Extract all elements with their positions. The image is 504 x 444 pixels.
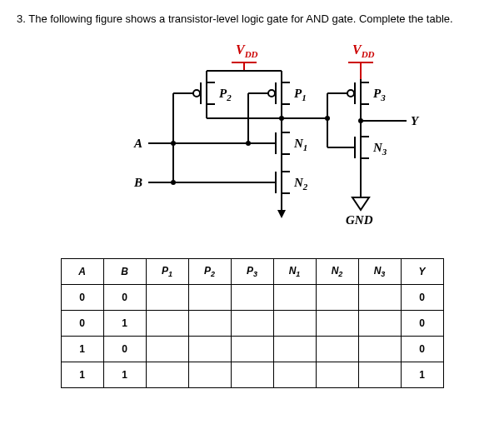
vdd-label-2: VDD xyxy=(352,42,375,59)
cell-n1 xyxy=(273,311,316,337)
n3-label: N3 xyxy=(372,141,387,157)
n2-label: N2 xyxy=(293,176,308,192)
table-row: 010 xyxy=(61,311,443,337)
cell-p2 xyxy=(188,337,231,362)
cell-a: 1 xyxy=(61,337,103,362)
question-body: The following figure shows a transistor-… xyxy=(28,12,452,25)
vdd-label-1: VDD xyxy=(236,42,258,59)
cell-n2 xyxy=(316,362,358,388)
cell-p3 xyxy=(231,337,273,362)
cell-p3 xyxy=(231,285,273,311)
cell-n3 xyxy=(358,285,401,311)
svg-marker-54 xyxy=(352,197,369,210)
cell-n2 xyxy=(316,285,358,311)
cell-n2 xyxy=(316,311,358,337)
y-label: Y xyxy=(411,114,420,127)
col-p1: P1 xyxy=(146,259,188,285)
cell-p1 xyxy=(146,311,188,337)
cell-y: 0 xyxy=(401,285,443,311)
question-number: 3. xyxy=(17,12,26,25)
cell-n3 xyxy=(358,337,401,362)
cell-b: 0 xyxy=(103,337,146,362)
cell-p3 xyxy=(231,362,273,388)
cell-y: 0 xyxy=(401,337,443,362)
cell-n1 xyxy=(273,285,316,311)
p2-label: P2 xyxy=(219,87,232,102)
col-a: A xyxy=(61,259,103,285)
cell-n1 xyxy=(273,337,316,362)
col-n2: N2 xyxy=(316,259,358,285)
col-p2: P2 xyxy=(188,259,231,285)
cell-b: 1 xyxy=(103,311,146,337)
table-row: 111 xyxy=(61,362,443,388)
a-label: A xyxy=(133,137,142,150)
p3-label: P3 xyxy=(373,87,386,102)
svg-point-22 xyxy=(347,90,354,97)
col-p3: P3 xyxy=(231,259,273,285)
cell-n1 xyxy=(273,362,316,388)
cell-b: 0 xyxy=(103,285,146,311)
cell-n3 xyxy=(358,362,401,388)
cell-p1 xyxy=(146,337,188,362)
cell-p2 xyxy=(188,311,231,337)
cell-y: 0 xyxy=(401,311,443,337)
cell-a: 1 xyxy=(61,362,103,388)
cell-p1 xyxy=(146,362,188,388)
table-header-row: A B P1 P2 P3 N1 N2 N3 Y xyxy=(61,259,443,285)
svg-point-16 xyxy=(268,90,275,97)
cell-a: 0 xyxy=(61,285,103,311)
col-b: B xyxy=(103,259,146,285)
cell-p1 xyxy=(146,285,188,311)
col-n3: N3 xyxy=(358,259,401,285)
svg-marker-56 xyxy=(277,210,286,218)
svg-point-33 xyxy=(325,116,330,121)
question-text: 3. The following figure shows a transist… xyxy=(17,12,487,27)
gnd-label: GND xyxy=(346,213,373,227)
p1-label: P1 xyxy=(294,87,307,102)
col-n1: N1 xyxy=(273,259,316,285)
cell-p3 xyxy=(231,311,273,337)
svg-point-10 xyxy=(193,90,200,97)
col-y: Y xyxy=(401,259,443,285)
table-row: 100 xyxy=(61,337,443,362)
cell-y: 1 xyxy=(401,362,443,388)
cell-a: 0 xyxy=(61,311,103,337)
n1-label: N1 xyxy=(293,137,307,152)
circuit-diagram: VDD VDD P2 P1 xyxy=(17,39,487,242)
cell-b: 1 xyxy=(103,362,146,388)
truth-table: A B P1 P2 P3 N1 N2 N3 Y 000010100111 xyxy=(61,258,444,388)
table-row: 000 xyxy=(61,285,443,311)
svg-point-61 xyxy=(246,141,251,146)
b-label: B xyxy=(133,176,142,189)
cell-n3 xyxy=(358,311,401,337)
cell-p2 xyxy=(188,362,231,388)
cell-n2 xyxy=(316,337,358,362)
cell-p2 xyxy=(188,285,231,311)
